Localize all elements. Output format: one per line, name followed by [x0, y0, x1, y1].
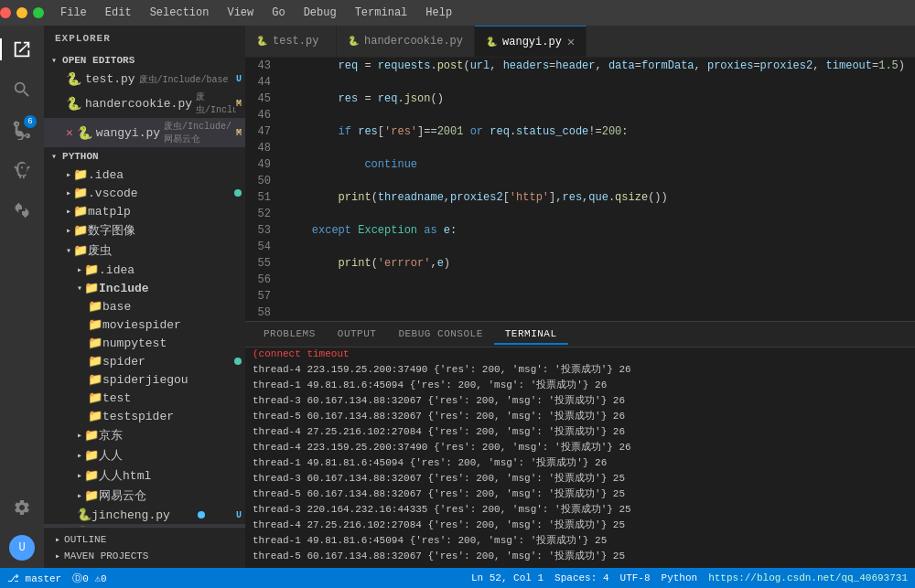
git-branch[interactable]: ⎇ master [7, 572, 61, 584]
tree-jincheng[interactable]: 🐍 jincheng.py U [44, 506, 245, 524]
close-button[interactable] [0, 7, 11, 18]
tree-test[interactable]: 📁test [44, 389, 245, 407]
extensions-icon[interactable] [5, 194, 38, 227]
tree-spider[interactable]: 📁spider [44, 352, 245, 370]
settings-icon[interactable] [5, 491, 38, 524]
menu-edit[interactable]: Edit [96, 3, 141, 23]
panel-tab-output[interactable]: OUTPUT [327, 325, 388, 345]
activity-bar: 6 U [0, 26, 44, 568]
tree-image[interactable]: ▸📁数字图像 [44, 220, 245, 241]
tree-matplp[interactable]: ▸📁matplp [44, 202, 245, 220]
folder-name: test [102, 391, 131, 405]
tab-wangyi[interactable]: 🐍 wangyi.py ✕ [475, 26, 587, 57]
terminal-line: thread-4 223.159.25.200:37490 {'res': 20… [253, 362, 908, 378]
tab-hander[interactable]: 🐍 handercookie.py [337, 26, 475, 57]
panel-tab-debug[interactable]: DEBUG CONSOLE [387, 325, 493, 345]
code-editor[interactable]: req = requests.post(url, headers=header,… [278, 58, 915, 321]
sidebar: EXPLORER ▾ OPEN EDITORS 🐍 test.py 废虫/Inc… [44, 26, 245, 568]
cursor-position: Ln 52, Col 1 [471, 572, 544, 583]
outline-section[interactable]: ▸ OUTLINE [44, 531, 245, 548]
panel-area: PROBLEMS OUTPUT DEBUG CONSOLE TERMINAL t… [245, 321, 915, 568]
tree-idea2[interactable]: ▸📁.idea [44, 261, 245, 279]
menu-file[interactable]: File [51, 3, 96, 23]
folder-name: 网易云仓 [99, 487, 146, 504]
folder-name: .idea [88, 168, 124, 182]
tree-include[interactable]: ▾📁 Include [44, 279, 245, 297]
panel-tab-problems[interactable]: PROBLEMS [253, 325, 327, 345]
menu-view[interactable]: View [218, 3, 263, 23]
tab-test[interactable]: 🐍 test.py [245, 26, 337, 57]
menu-terminal[interactable]: Terminal [346, 3, 417, 23]
code-container[interactable]: 4344454647 4849505152 5354555657 5859606… [245, 58, 915, 321]
tree-moviespider[interactable]: 📁moviespider [44, 315, 245, 334]
folder-name: 京东 [99, 427, 123, 444]
maven-label: MAVEN PROJECTS [64, 551, 148, 561]
python-section[interactable]: ▾ PYTHON [44, 147, 245, 166]
open-editors-label: OPEN EDITORS [62, 55, 135, 66]
tab-close-icon[interactable]: ✕ [567, 36, 575, 48]
window-controls[interactable] [0, 7, 44, 18]
terminal-line: thread-4 27.25.216.102:27084 {'res': 200… [253, 518, 908, 533]
tree-vscode[interactable]: ▸📁.vscode [44, 184, 245, 202]
menu-go[interactable]: Go [263, 3, 294, 23]
tree-rr[interactable]: ▸📁人人 [44, 445, 245, 465]
tree-idea[interactable]: ▸📁.idea [44, 166, 245, 184]
tree-base[interactable]: 📁base [44, 297, 245, 315]
tree-spiderjiegou[interactable]: 📁spiderjiegou [44, 370, 245, 389]
tree-testspider[interactable]: 📁testspider [44, 407, 245, 425]
open-file-test[interactable]: 🐍 test.py 废虫/Include/base U [44, 69, 245, 89]
search-icon[interactable] [5, 73, 38, 106]
debug-icon[interactable] [5, 154, 38, 187]
folder-name: .vscode [88, 187, 138, 200]
close-file-icon[interactable]: ✕ [66, 125, 73, 140]
python-file-icon2: 🐍 [66, 96, 81, 112]
blog-link[interactable]: https://blog.csdn.net/qq_40693731 [708, 572, 908, 583]
status-right: Ln 52, Col 1 Spaces: 4 UTF-8 Python http… [471, 572, 908, 583]
folder-name: 数字图像 [88, 222, 135, 239]
folder-name: testspider [102, 410, 174, 423]
minimize-button[interactable] [16, 7, 27, 18]
open-file-wangyi-name: wangyi.py [96, 126, 160, 140]
collapse-icon: ▾ [51, 55, 57, 66]
language-mode: Python [662, 572, 698, 583]
python-file-icon4: 🐍 [77, 508, 92, 522]
maximize-button[interactable] [33, 7, 44, 18]
tree-bug[interactable]: ▾📁废虫 [44, 241, 245, 261]
open-file-wangyi-badge: M [236, 128, 242, 138]
terminal-line: thread-1 49.81.81.6:45094 {'res': 200, '… [253, 533, 908, 549]
menu-help[interactable]: Help [416, 3, 461, 23]
explorer-icon[interactable] [5, 33, 38, 66]
maven-section[interactable]: ▸ MAVEN PROJECTS [44, 548, 245, 564]
vscode-dot [234, 189, 242, 197]
open-file-wangyi[interactable]: ✕ 🐍 wangyi.py 废虫/Include/网易云仓 M [44, 118, 245, 147]
tab-bar: 🐍 test.py 🐍 handercookie.py 🐍 wangyi.py … [245, 26, 915, 58]
menu-debug[interactable]: Debug [295, 3, 346, 23]
indent-spaces: Spaces: 4 [554, 572, 608, 583]
menu-selection[interactable]: Selection [141, 3, 219, 23]
folder-name: spiderjiegou [102, 373, 188, 387]
tree-wangyicloud[interactable]: ▸📁网易云仓 [44, 486, 245, 506]
tab-py-icon: 🐍 [256, 36, 267, 47]
panel-tab-terminal[interactable]: TERMINAL [494, 325, 568, 345]
folder-include-name: Include [99, 282, 149, 295]
user-avatar[interactable]: U [9, 535, 35, 561]
sidebar-bottom: ▸ OUTLINE ▸ MAVEN PROJECTS [44, 527, 245, 568]
open-file-hander[interactable]: 🐍 handercookie.py 废虫/Include/spider M [44, 89, 245, 118]
tab-wangyi-label: wangyi.py [502, 36, 562, 48]
terminal-line: thread-1 49.81.81.6:45094 {'res': 200, '… [253, 455, 908, 471]
tree-numpytest[interactable]: 📁numpytest [44, 334, 245, 352]
file-jincheng: jincheng.py [92, 508, 170, 522]
open-file-wangyi-path: 废虫/Include/网易云仓 [164, 120, 236, 145]
tab-py-icon3: 🐍 [486, 37, 497, 48]
folder-name: 人人html [99, 467, 151, 484]
tree-jd[interactable]: ▸📁京东 [44, 425, 245, 445]
terminal-line: rror(<urllib3.connection.HTTPConnection … [253, 347, 908, 362]
open-file-test-badge: U [236, 74, 242, 84]
terminal-line: thread-3 60.167.134.88:32067 {'res': 200… [253, 471, 908, 486]
terminal-content[interactable]: thread-3 220.164.232.16:44335 {'res': 20… [245, 347, 915, 568]
line-numbers: 4344454647 4849505152 5354555657 5859606… [245, 58, 278, 321]
open-file-hander-badge: M [236, 99, 242, 109]
tree-rrhtml[interactable]: ▸📁人人html [44, 465, 245, 486]
open-editors-section[interactable]: ▾ OPEN EDITORS [44, 51, 245, 69]
source-control-icon[interactable]: 6 [5, 113, 38, 146]
